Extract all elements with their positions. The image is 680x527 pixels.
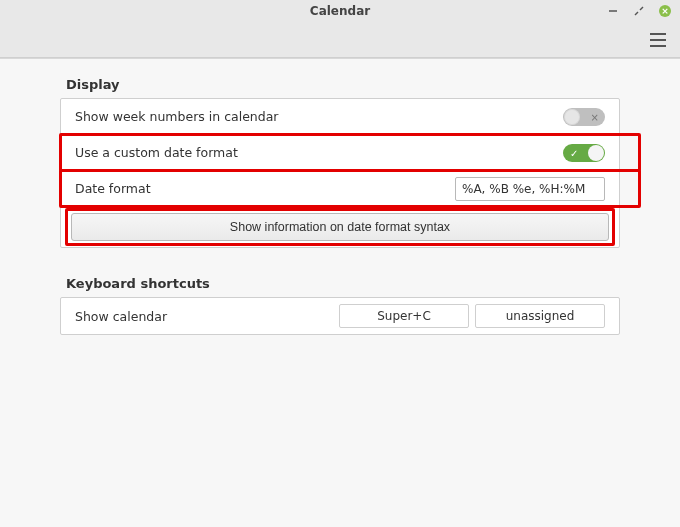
- content-area: Display Show week numbers in calendar × …: [0, 58, 680, 527]
- svg-line-2: [640, 7, 643, 10]
- shortcut-secondary[interactable]: unassigned: [475, 304, 605, 328]
- toggle-off-icon: ×: [591, 111, 599, 122]
- row-syntax-info: Show information on date format syntax: [61, 207, 619, 247]
- section-title-display: Display: [66, 77, 620, 92]
- shortcut-text: Super+C: [377, 309, 431, 323]
- toggle-knob-icon: [564, 109, 580, 125]
- toggle-on-icon: ✓: [570, 147, 578, 158]
- label-custom-format: Use a custom date format: [75, 145, 563, 160]
- shortcut-text: unassigned: [506, 309, 575, 323]
- row-show-calendar: Show calendar Super+C unassigned: [61, 298, 619, 334]
- display-panel: Show week numbers in calendar × Use a cu…: [60, 98, 620, 248]
- toggle-custom-format[interactable]: ✓: [563, 144, 605, 162]
- toolbar: [0, 22, 680, 58]
- button-syntax-info[interactable]: Show information on date format syntax: [71, 213, 609, 241]
- settings-window: Calendar Display: [0, 0, 680, 527]
- toggle-knob-icon: [588, 145, 604, 161]
- input-date-format[interactable]: [455, 177, 605, 201]
- row-week-numbers: Show week numbers in calendar ×: [61, 99, 619, 135]
- minimize-button[interactable]: [606, 4, 620, 18]
- row-date-format: Date format: [61, 171, 619, 207]
- window-title: Calendar: [310, 4, 370, 18]
- titlebar: Calendar: [0, 0, 680, 22]
- close-button[interactable]: [658, 4, 672, 18]
- label-show-calendar: Show calendar: [75, 309, 333, 324]
- row-custom-format: Use a custom date format ✓: [61, 135, 619, 171]
- label-date-format: Date format: [75, 181, 455, 196]
- hamburger-icon: [650, 33, 666, 35]
- menu-button[interactable]: [650, 33, 666, 47]
- shortcuts-panel: Show calendar Super+C unassigned: [60, 297, 620, 335]
- shortcut-primary[interactable]: Super+C: [339, 304, 469, 328]
- label-week-numbers: Show week numbers in calendar: [75, 109, 563, 124]
- window-controls: [606, 0, 672, 22]
- svg-line-1: [635, 12, 638, 15]
- toggle-week-numbers[interactable]: ×: [563, 108, 605, 126]
- maximize-button[interactable]: [632, 4, 646, 18]
- section-title-shortcuts: Keyboard shortcuts: [66, 276, 620, 291]
- close-icon: [659, 5, 671, 17]
